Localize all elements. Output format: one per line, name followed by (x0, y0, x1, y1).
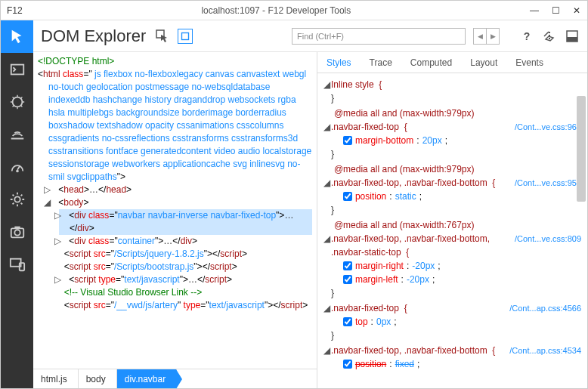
doctype-node[interactable]: <!DOCTYPE html> (38, 56, 114, 66)
css-selector[interactable]: .navbar-fixed-top { (331, 301, 506, 315)
svg-rect-10 (182, 32, 189, 39)
breadcrumb: html.js body div.navbar (33, 369, 317, 388)
dom-tree[interactable]: <!DOCTYPE html> <html class=" js flexbox… (33, 52, 317, 369)
prop-toggle[interactable] (343, 360, 352, 369)
crumb-div-navbar[interactable]: div.navbar (117, 369, 177, 388)
minimize-button[interactable]: — (524, 1, 545, 20)
tab-styles[interactable]: Styles (317, 52, 361, 73)
css-property[interactable]: margin-left:-20px; (343, 273, 581, 286)
pin-icon[interactable] (542, 29, 557, 44)
window-buttons: — ☐ ✕ (524, 1, 587, 20)
script-element[interactable]: ▷ <script type="text/javascript">…</scri… (59, 273, 312, 286)
sidebar-console[interactable] (1, 53, 33, 85)
dom-tree-pane: <!DOCTYPE html> <html class=" js flexbox… (33, 52, 317, 388)
style-tabs: Styles Trace Computed Layout Events (317, 52, 587, 73)
svg-rect-6 (14, 226, 20, 228)
close-button[interactable]: ✕ (566, 1, 587, 20)
comment-node[interactable]: <!-- Visual Studio Browser Link --> (59, 286, 312, 299)
svg-rect-0 (11, 64, 23, 74)
tab-layout[interactable]: Layout (461, 52, 506, 73)
find-placeholder: Find (Ctrl+F) (297, 32, 344, 41)
script-element[interactable]: <script src="/Scripts/jquery-1.8.2.js"><… (59, 248, 312, 261)
gear-icon (9, 191, 26, 208)
speedometer-icon (9, 159, 26, 175)
prop-toggle[interactable] (343, 275, 352, 284)
crumb-body[interactable]: body (79, 369, 117, 388)
select-element-icon[interactable] (155, 29, 170, 44)
highlight-icon[interactable] (178, 29, 193, 44)
find-next-button[interactable]: ▶ (486, 28, 500, 45)
div-container-element[interactable]: ▷ <div class="container">…</div> (59, 235, 312, 248)
tab-computed[interactable]: Computed (401, 52, 461, 73)
media-query: @media all and (max-width:979px) (334, 107, 581, 120)
tab-events[interactable]: Events (506, 52, 552, 73)
svg-point-2 (16, 169, 19, 172)
svg-point-3 (14, 196, 20, 202)
sidebar-debugger[interactable] (1, 85, 33, 118)
script-element[interactable]: <script src="/Scripts/bootstrap.js"></sc… (59, 261, 312, 273)
scrollbar[interactable] (577, 96, 586, 202)
app-label: F12 (1, 5, 29, 16)
media-query: @media all and (max-width:979px) (334, 162, 581, 176)
cursor-icon (9, 29, 26, 45)
svg-rect-12 (567, 37, 577, 42)
camera-icon (9, 224, 26, 240)
script-element[interactable]: <script src="/__vwd/js/artery" type="tex… (59, 299, 312, 312)
monitor-phone-icon (9, 256, 26, 273)
css-selector[interactable]: .navbar-fixed-top, .navbar-fixed-bottom … (331, 344, 506, 357)
css-property[interactable]: position:fixed; (343, 357, 581, 371)
bug-icon (9, 94, 26, 110)
dock-icon[interactable] (565, 29, 580, 44)
sidebar-responsiveness[interactable] (1, 150, 33, 183)
source-link[interactable]: /Cont...ap.css:4534 (509, 344, 581, 357)
div-navbar-element[interactable]: ▷ <div class="navbar navbar-inverse navb… (59, 209, 312, 235)
css-property[interactable]: top:0px; (343, 315, 581, 329)
window-title: localhost:1097 - F12 Developer Tools (29, 5, 524, 16)
sidebar-network[interactable] (1, 118, 33, 150)
inline-style-label[interactable]: Inline style { (331, 78, 581, 91)
sidebar-profiler[interactable] (1, 183, 33, 215)
media-query: @media all and (max-width:767px) (334, 218, 581, 232)
find-input[interactable]: Find (Ctrl+F) (292, 28, 466, 45)
console-icon (9, 61, 26, 78)
source-link[interactable]: /Cont...ap.css:4566 (509, 301, 581, 315)
sidebar-memory[interactable] (1, 215, 33, 248)
css-property[interactable]: margin-bottom:20px; (343, 134, 581, 147)
crumb-html[interactable]: html.js (33, 369, 79, 388)
css-selector[interactable]: .navbar-fixed-top, .navbar-fixed-bottom,… (331, 232, 512, 259)
source-link[interactable]: /Cont...ve.css:960 (515, 120, 581, 134)
body-element[interactable]: ◢ <body> (48, 196, 312, 209)
network-icon (9, 126, 26, 143)
sidebar (1, 20, 33, 388)
prop-toggle[interactable] (343, 261, 352, 270)
head-element[interactable]: ▷ <head>…</head> (48, 184, 312, 196)
css-property[interactable]: position:static; (343, 190, 581, 203)
source-link[interactable]: /Cont...ve.css:809 (515, 232, 581, 259)
help-icon[interactable]: ? (519, 29, 534, 44)
sidebar-dom-explorer[interactable] (1, 20, 33, 53)
prop-toggle[interactable] (343, 317, 352, 326)
styles-pane: Styles Trace Computed Layout Events ◢Inl… (317, 52, 587, 388)
css-selector[interactable]: .navbar-fixed-top { (331, 120, 512, 134)
tab-trace[interactable]: Trace (361, 52, 401, 73)
sidebar-emulation[interactable] (1, 248, 33, 280)
prop-toggle[interactable] (343, 136, 352, 145)
titlebar: F12 localhost:1097 - F12 Developer Tools… (1, 1, 587, 20)
header: DOM Explorer Find (Ctrl+F) ◀ ▶ ? (33, 20, 587, 52)
maximize-button[interactable]: ☐ (545, 1, 566, 20)
html-element[interactable]: <html class=" js flexbox no-flexboxlegac… (38, 68, 312, 184)
css-property[interactable]: margin-right:-20px; (343, 259, 581, 273)
source-link[interactable]: /Cont...ve.css:957 (515, 176, 581, 190)
find-prev-button[interactable]: ◀ (473, 28, 487, 45)
styles-body[interactable]: ◢Inline style { } @media all and (max-wi… (317, 73, 587, 388)
svg-point-5 (14, 230, 20, 235)
prop-toggle[interactable] (343, 192, 352, 201)
page-title: DOM Explorer (41, 26, 146, 46)
svg-point-1 (12, 97, 22, 107)
css-selector[interactable]: .navbar-fixed-top, .navbar-fixed-bottom … (331, 176, 512, 190)
